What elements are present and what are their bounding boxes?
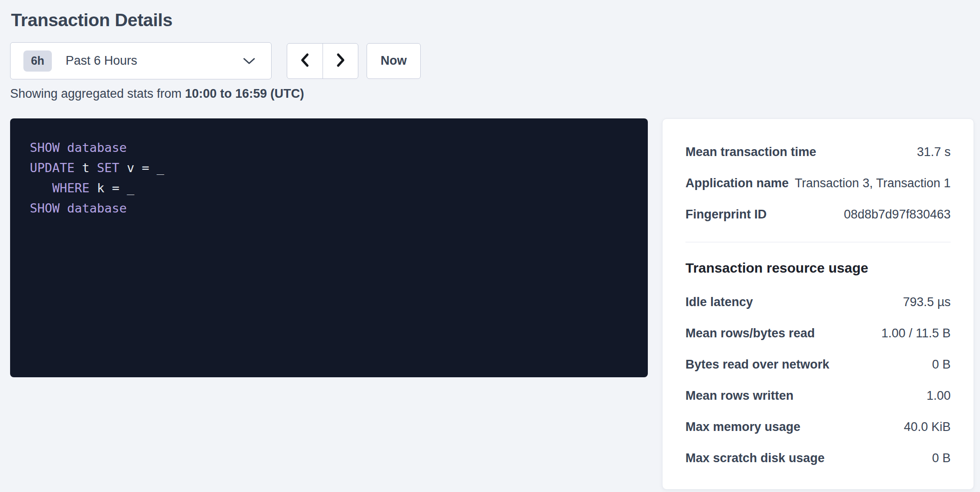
stat-row: Max memory usage40.0 KiB [685, 411, 951, 442]
now-button[interactable]: Now [367, 43, 421, 79]
sql-code-line: UPDATE t SET v = _ [30, 158, 639, 178]
chevron-down-icon [243, 57, 256, 65]
stat-label: Application name [685, 176, 789, 190]
stat-value: 08d8b7d97f830463 [844, 207, 951, 222]
stat-row: Mean transaction time31.7 s [685, 136, 951, 168]
sql-statement-block: SHOW databaseUPDATE t SET v = _ WHERE k … [10, 118, 648, 377]
previous-time-window-button[interactable] [287, 44, 323, 78]
time-range-shortcut-badge: 6h [23, 50, 52, 72]
stat-row: Application nameTransaction 3, Transacti… [685, 168, 951, 199]
stat-label: Mean rows written [685, 389, 794, 403]
sql-code-line: WHERE k = _ [30, 178, 639, 198]
section-divider [685, 242, 951, 242]
stat-value: 40.0 KiB [904, 420, 951, 434]
time-toolbar: 6h Past 6 Hours [10, 42, 974, 79]
stat-value: 1.00 / 11.5 B [881, 326, 951, 341]
sql-code: SHOW databaseUPDATE t SET v = _ WHERE k … [30, 138, 639, 218]
stat-label: Fingerprint ID [685, 207, 767, 222]
stat-row: Bytes read over network0 B [685, 349, 951, 380]
page-title: Transaction Details [11, 10, 974, 30]
resource-usage-heading: Transaction resource usage [685, 259, 951, 277]
stat-label: Idle latency [685, 295, 753, 309]
stat-value: 31.7 s [917, 145, 951, 159]
time-window-pager [287, 43, 358, 79]
caption-prefix: Showing aggregated stats from [10, 87, 185, 101]
sql-code-line: SHOW database [30, 138, 639, 158]
stat-label: Max scratch disk usage [685, 451, 824, 465]
stat-value: 793.5 µs [903, 295, 951, 309]
sql-code-line: SHOW database [30, 198, 639, 218]
stat-row: Mean rows written1.00 [685, 380, 951, 411]
content-row: SHOW databaseUPDATE t SET v = _ WHERE k … [10, 118, 974, 490]
stat-value: Transaction 3, Transaction 1 [795, 176, 951, 190]
time-range-dropdown[interactable]: 6h Past 6 Hours [10, 42, 272, 79]
stat-row: Idle latency793.5 µs [685, 286, 951, 318]
stat-value: 0 B [932, 358, 951, 372]
stat-label: Bytes read over network [685, 358, 830, 372]
transaction-summary-card: Mean transaction time31.7 sApplication n… [662, 118, 974, 490]
stat-row: Mean rows/bytes read1.00 / 11.5 B [685, 318, 951, 349]
aggregated-stats-caption: Showing aggregated stats from 10:00 to 1… [10, 86, 974, 101]
overview-rows: Mean transaction time31.7 sApplication n… [685, 136, 951, 230]
stat-row: Max scratch disk usage0 B [685, 442, 951, 474]
next-time-window-button[interactable] [323, 44, 358, 78]
stat-row: Fingerprint ID08d8b7d97f830463 [685, 199, 951, 230]
stat-label: Max memory usage [685, 420, 801, 434]
usage-rows: Idle latency793.5 µsMean rows/bytes read… [685, 286, 951, 474]
stat-label: Mean transaction time [685, 145, 816, 159]
stat-label: Mean rows/bytes read [685, 326, 815, 341]
chevron-left-icon [299, 52, 312, 69]
stat-value: 0 B [932, 451, 951, 465]
time-range-label: Past 6 Hours [66, 54, 243, 68]
caption-time-range: 10:00 to 16:59 (UTC) [185, 87, 304, 101]
chevron-right-icon [334, 52, 347, 69]
stat-value: 1.00 [926, 389, 951, 403]
transaction-details-page: Transaction Details 6h Past 6 Hours [0, 0, 980, 490]
